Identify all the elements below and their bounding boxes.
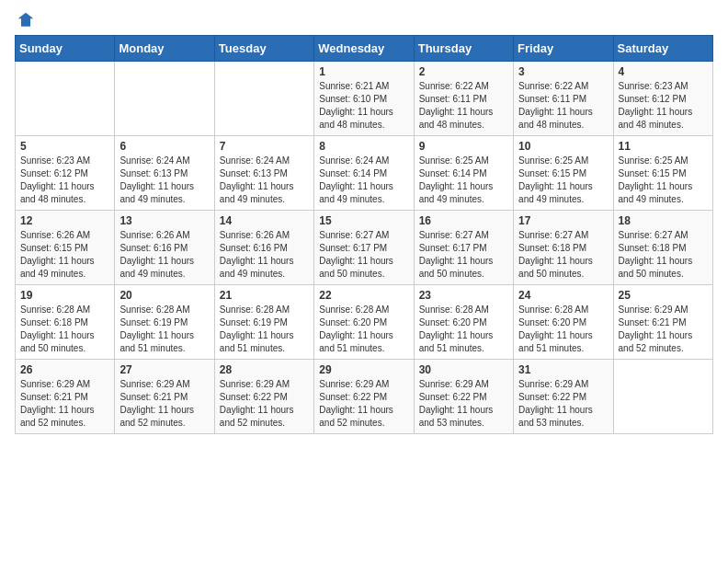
day-info: Sunrise: 6:29 AM Sunset: 6:21 PM Dayligh… <box>20 378 109 430</box>
day-info: Sunrise: 6:28 AM Sunset: 6:19 PM Dayligh… <box>220 304 309 355</box>
day-number: 14 <box>220 214 309 227</box>
calendar-cell: 7Sunrise: 6:24 AM Sunset: 6:13 PM Daylig… <box>214 136 313 211</box>
day-info: Sunrise: 6:27 AM Sunset: 6:17 PM Dayligh… <box>319 229 408 281</box>
calendar-cell: 3Sunrise: 6:22 AM Sunset: 6:11 PM Daylig… <box>514 62 613 136</box>
day-number: 28 <box>220 363 309 376</box>
day-number: 8 <box>319 140 408 153</box>
calendar-cell: 12Sunrise: 6:26 AM Sunset: 6:15 PM Dayli… <box>16 211 115 285</box>
day-info: Sunrise: 6:28 AM Sunset: 6:20 PM Dayligh… <box>319 304 408 355</box>
day-info: Sunrise: 6:23 AM Sunset: 6:12 PM Dayligh… <box>20 155 109 206</box>
page-header <box>15 15 713 26</box>
day-info: Sunrise: 6:24 AM Sunset: 6:13 PM Dayligh… <box>220 155 309 206</box>
day-info: Sunrise: 6:29 AM Sunset: 6:22 PM Dayligh… <box>419 378 508 430</box>
day-header-thursday: Thursday <box>414 36 513 62</box>
week-row-1: 1Sunrise: 6:21 AM Sunset: 6:10 PM Daylig… <box>16 62 713 136</box>
header-row: SundayMondayTuesdayWednesdayThursdayFrid… <box>16 36 713 62</box>
day-info: Sunrise: 6:21 AM Sunset: 6:10 PM Dayligh… <box>319 80 408 132</box>
day-info: Sunrise: 6:29 AM Sunset: 6:22 PM Dayligh… <box>518 378 608 430</box>
day-number: 18 <box>619 214 708 227</box>
day-number: 27 <box>119 363 209 376</box>
calendar-cell <box>115 62 214 136</box>
calendar-cell: 22Sunrise: 6:28 AM Sunset: 6:20 PM Dayli… <box>314 285 414 360</box>
calendar-cell: 16Sunrise: 6:27 AM Sunset: 6:17 PM Dayli… <box>414 211 513 285</box>
day-number: 3 <box>518 65 608 78</box>
day-number: 12 <box>20 214 109 227</box>
calendar-cell: 13Sunrise: 6:26 AM Sunset: 6:16 PM Dayli… <box>115 211 214 285</box>
day-info: Sunrise: 6:27 AM Sunset: 6:18 PM Dayligh… <box>619 229 708 281</box>
calendar-cell: 21Sunrise: 6:28 AM Sunset: 6:19 PM Dayli… <box>214 285 313 360</box>
day-info: Sunrise: 6:27 AM Sunset: 6:18 PM Dayligh… <box>518 229 608 281</box>
calendar-cell: 23Sunrise: 6:28 AM Sunset: 6:20 PM Dayli… <box>414 285 513 360</box>
calendar-cell: 25Sunrise: 6:29 AM Sunset: 6:21 PM Dayli… <box>613 285 712 360</box>
calendar-cell: 31Sunrise: 6:29 AM Sunset: 6:22 PM Dayli… <box>514 360 613 434</box>
day-number: 15 <box>319 214 408 227</box>
day-number: 17 <box>518 214 608 227</box>
week-row-2: 5Sunrise: 6:23 AM Sunset: 6:12 PM Daylig… <box>16 136 713 211</box>
day-header-tuesday: Tuesday <box>214 36 313 62</box>
logo-icon <box>17 11 35 29</box>
day-number: 30 <box>419 363 508 376</box>
day-header-saturday: Saturday <box>613 36 712 62</box>
calendar-cell: 9Sunrise: 6:25 AM Sunset: 6:14 PM Daylig… <box>414 136 513 211</box>
calendar-cell: 19Sunrise: 6:28 AM Sunset: 6:18 PM Dayli… <box>16 285 115 360</box>
day-header-sunday: Sunday <box>16 36 115 62</box>
day-number: 1 <box>319 65 408 78</box>
calendar-cell: 24Sunrise: 6:28 AM Sunset: 6:20 PM Dayli… <box>514 285 613 360</box>
day-number: 25 <box>619 289 708 302</box>
day-header-friday: Friday <box>514 36 613 62</box>
day-info: Sunrise: 6:25 AM Sunset: 6:15 PM Dayligh… <box>518 155 608 206</box>
day-number: 6 <box>119 140 209 153</box>
calendar-cell <box>16 62 115 136</box>
calendar-cell: 2Sunrise: 6:22 AM Sunset: 6:11 PM Daylig… <box>414 62 513 136</box>
day-number: 2 <box>419 65 508 78</box>
day-info: Sunrise: 6:24 AM Sunset: 6:13 PM Dayligh… <box>119 155 209 206</box>
day-info: Sunrise: 6:24 AM Sunset: 6:14 PM Dayligh… <box>319 155 408 206</box>
calendar-cell: 29Sunrise: 6:29 AM Sunset: 6:22 PM Dayli… <box>314 360 414 434</box>
day-info: Sunrise: 6:22 AM Sunset: 6:11 PM Dayligh… <box>419 80 508 132</box>
calendar-cell: 5Sunrise: 6:23 AM Sunset: 6:12 PM Daylig… <box>16 136 115 211</box>
day-number: 21 <box>220 289 309 302</box>
week-row-4: 19Sunrise: 6:28 AM Sunset: 6:18 PM Dayli… <box>16 285 713 360</box>
calendar-table: SundayMondayTuesdayWednesdayThursdayFrid… <box>15 35 713 434</box>
calendar-cell <box>214 62 313 136</box>
calendar-cell: 30Sunrise: 6:29 AM Sunset: 6:22 PM Dayli… <box>414 360 513 434</box>
calendar-cell: 1Sunrise: 6:21 AM Sunset: 6:10 PM Daylig… <box>314 62 414 136</box>
calendar-cell: 14Sunrise: 6:26 AM Sunset: 6:16 PM Dayli… <box>214 211 313 285</box>
calendar-cell: 17Sunrise: 6:27 AM Sunset: 6:18 PM Dayli… <box>514 211 613 285</box>
calendar-cell: 27Sunrise: 6:29 AM Sunset: 6:21 PM Dayli… <box>115 360 214 434</box>
day-number: 22 <box>319 289 408 302</box>
calendar-cell: 4Sunrise: 6:23 AM Sunset: 6:12 PM Daylig… <box>613 62 712 136</box>
calendar-cell: 11Sunrise: 6:25 AM Sunset: 6:15 PM Dayli… <box>613 136 712 211</box>
day-number: 11 <box>619 140 708 153</box>
day-number: 5 <box>20 140 109 153</box>
calendar-cell: 6Sunrise: 6:24 AM Sunset: 6:13 PM Daylig… <box>115 136 214 211</box>
day-number: 20 <box>119 289 209 302</box>
day-number: 24 <box>518 289 608 302</box>
day-info: Sunrise: 6:29 AM Sunset: 6:22 PM Dayligh… <box>319 378 408 430</box>
calendar-header: SundayMondayTuesdayWednesdayThursdayFrid… <box>16 36 713 62</box>
calendar-cell: 10Sunrise: 6:25 AM Sunset: 6:15 PM Dayli… <box>514 136 613 211</box>
day-number: 9 <box>419 140 508 153</box>
day-number: 19 <box>20 289 109 302</box>
day-header-monday: Monday <box>115 36 214 62</box>
day-info: Sunrise: 6:25 AM Sunset: 6:15 PM Dayligh… <box>619 155 708 206</box>
day-info: Sunrise: 6:29 AM Sunset: 6:21 PM Dayligh… <box>619 304 708 355</box>
week-row-5: 26Sunrise: 6:29 AM Sunset: 6:21 PM Dayli… <box>16 360 713 434</box>
day-info: Sunrise: 6:25 AM Sunset: 6:14 PM Dayligh… <box>419 155 508 206</box>
day-info: Sunrise: 6:26 AM Sunset: 6:15 PM Dayligh… <box>20 229 109 281</box>
day-info: Sunrise: 6:29 AM Sunset: 6:22 PM Dayligh… <box>220 378 309 430</box>
logo <box>15 15 35 26</box>
day-number: 10 <box>518 140 608 153</box>
day-number: 31 <box>518 363 608 376</box>
day-header-wednesday: Wednesday <box>314 36 414 62</box>
calendar-cell <box>613 360 712 434</box>
day-info: Sunrise: 6:28 AM Sunset: 6:19 PM Dayligh… <box>119 304 209 355</box>
day-info: Sunrise: 6:29 AM Sunset: 6:21 PM Dayligh… <box>119 378 209 430</box>
day-number: 26 <box>20 363 109 376</box>
day-info: Sunrise: 6:23 AM Sunset: 6:12 PM Dayligh… <box>619 80 708 132</box>
day-number: 4 <box>619 65 708 78</box>
day-number: 29 <box>319 363 408 376</box>
week-row-3: 12Sunrise: 6:26 AM Sunset: 6:15 PM Dayli… <box>16 211 713 285</box>
day-info: Sunrise: 6:28 AM Sunset: 6:18 PM Dayligh… <box>20 304 109 355</box>
day-info: Sunrise: 6:28 AM Sunset: 6:20 PM Dayligh… <box>518 304 608 355</box>
